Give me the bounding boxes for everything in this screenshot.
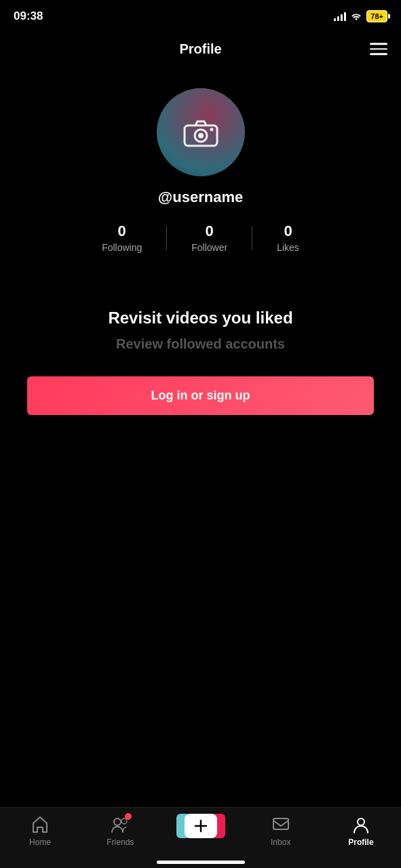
following-stat: 0 Following [77, 222, 166, 253]
follower-label: Follower [191, 242, 227, 253]
nav-item-home[interactable]: Home [0, 814, 80, 847]
header: Profile [0, 30, 401, 68]
nav-label-profile: Profile [348, 837, 373, 847]
home-icon [30, 814, 50, 835]
menu-button[interactable] [370, 43, 387, 55]
content-section: Revisit videos you liked Review followed… [0, 267, 401, 435]
svg-point-9 [358, 818, 364, 825]
profile-icon [351, 814, 371, 835]
nav-label-inbox: Inbox [271, 837, 290, 847]
nav-item-friends[interactable]: Friends [80, 814, 160, 847]
status-icons: 78+ [334, 10, 387, 22]
friends-notification-dot [125, 813, 132, 820]
username-label: @username [158, 189, 243, 206]
avatar[interactable] [157, 88, 245, 176]
revisit-title: Revisit videos you liked [108, 307, 292, 328]
likes-count: 0 [284, 222, 292, 240]
nav-label-friends: Friends [107, 837, 134, 847]
friends-icon [110, 814, 130, 835]
nav-label-home: Home [29, 837, 51, 847]
svg-rect-8 [273, 818, 288, 829]
nav-item-profile[interactable]: Profile [321, 814, 401, 847]
inbox-icon [271, 814, 291, 835]
create-button[interactable] [185, 814, 217, 838]
following-label: Following [102, 242, 142, 253]
camera-icon [183, 117, 218, 147]
stats-row: 0 Following 0 Follower 0 Likes [14, 222, 387, 253]
profile-section: @username 0 Following 0 Follower 0 Likes [0, 68, 401, 267]
bottom-nav: Home Friends [0, 807, 401, 868]
nav-item-create[interactable] [160, 812, 240, 840]
status-time: 09:38 [14, 9, 43, 23]
review-subtitle: Review followed accounts [116, 336, 285, 352]
svg-point-3 [210, 128, 213, 132]
likes-label: Likes [277, 242, 299, 253]
battery-icon: 78+ [366, 10, 387, 22]
svg-point-2 [198, 133, 204, 138]
wifi-icon [350, 11, 362, 22]
home-indicator [157, 861, 245, 864]
follower-stat: 0 Follower [167, 222, 252, 253]
svg-point-4 [114, 818, 121, 825]
follower-count: 0 [206, 222, 214, 240]
following-count: 0 [118, 222, 126, 240]
nav-item-inbox[interactable]: Inbox [241, 814, 321, 847]
likes-stat: 0 Likes [252, 222, 324, 253]
login-signup-button[interactable]: Log in or sign up [27, 376, 374, 415]
page-title: Profile [179, 41, 221, 57]
status-bar: 09:38 78+ [0, 0, 401, 30]
signal-icon [334, 12, 346, 21]
